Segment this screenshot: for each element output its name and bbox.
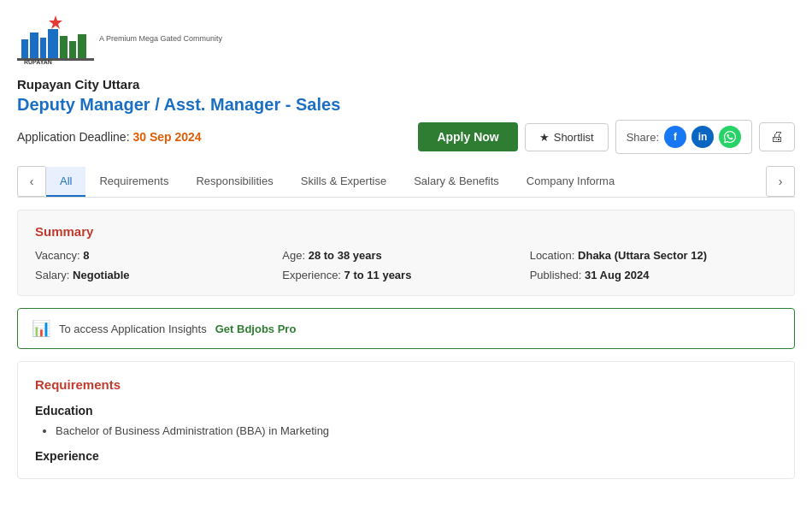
tab-arrow-left[interactable]: ‹: [17, 166, 46, 197]
job-title: Deputy Manager / Asst. Manager - Sales: [17, 95, 795, 115]
salary-item: Salary: Negotiable: [35, 269, 282, 281]
summary-title: Summary: [35, 224, 777, 239]
facebook-share-button[interactable]: f: [664, 126, 686, 148]
svg-rect-0: [21, 39, 28, 58]
svg-rect-2: [40, 38, 46, 58]
svg-rect-6: [78, 34, 86, 58]
tab-skills[interactable]: Skills & Expertise: [287, 167, 400, 197]
share-group: Share: f in: [615, 120, 752, 154]
location-label: Location:: [530, 249, 575, 262]
insights-icon: 📊: [32, 319, 50, 338]
salary-value: Negotiable: [73, 269, 129, 281]
experience-value: 7 to 11 years: [344, 269, 412, 281]
svg-marker-7: [49, 15, 62, 29]
linkedin-share-button[interactable]: in: [691, 126, 714, 148]
logo-tagline: A Premium Mega Gated Community: [99, 34, 222, 44]
tab-arrow-right[interactable]: ›: [766, 166, 795, 197]
svg-rect-1: [30, 33, 38, 58]
deadline-date: 30 Sep 2024: [132, 130, 201, 144]
education-list: Bachelor of Business Administration (BBA…: [56, 424, 777, 437]
age-value: 28 to 38 years: [309, 249, 382, 262]
experience-label: Experience:: [282, 269, 341, 281]
apply-now-button[interactable]: Apply Now: [418, 122, 517, 151]
svg-rect-4: [60, 36, 68, 58]
insights-banner: 📊 To access Application Insights Get Bdj…: [17, 308, 795, 349]
education-heading: Education: [35, 404, 777, 417]
shortlist-button[interactable]: ★ Shortlist: [525, 123, 609, 151]
location-item: Location: Dhaka (Uttara Sector 12): [530, 249, 777, 262]
share-label: Share:: [627, 131, 659, 144]
insights-text: To access Application Insights: [59, 323, 207, 335]
age-label: Age:: [282, 249, 305, 262]
tab-requirements[interactable]: Requirements: [85, 167, 182, 197]
requirements-title: Requirements: [35, 377, 777, 392]
published-item: Published: 31 Aug 2024: [530, 269, 777, 281]
action-bar: Apply Now ★ Shortlist Share: f in 🖨: [418, 120, 795, 154]
vacancy-label: Vacancy:: [35, 249, 80, 262]
deadline-label: Application Deadline:: [17, 130, 130, 144]
star-icon: ★: [539, 131, 550, 144]
company-name: Rupayan City Uttara: [17, 77, 795, 92]
vacancy-value: 8: [83, 249, 89, 262]
shortlist-label: Shortlist: [554, 131, 594, 144]
tab-salary[interactable]: Salary & Benefits: [400, 167, 513, 197]
svg-rect-5: [69, 41, 76, 58]
experience-item: Experience: 7 to 11 years: [282, 269, 529, 281]
published-label: Published:: [530, 269, 582, 281]
whatsapp-share-button[interactable]: [719, 126, 741, 148]
logo-area: RUPAYAN A Premium Mega Gated Community: [17, 14, 795, 65]
svg-text:RUPAYAN: RUPAYAN: [24, 59, 52, 65]
tabs-wrapper: ‹ All Requirements Responsibilities Skil…: [17, 166, 795, 198]
tab-responsibilities[interactable]: Responsibilities: [182, 167, 286, 197]
svg-rect-3: [48, 29, 58, 58]
company-logo: RUPAYAN: [17, 14, 94, 65]
location-value: Dhaka (Uttara Sector 12): [578, 249, 707, 262]
salary-label: Salary:: [35, 269, 69, 281]
education-item-0: Bachelor of Business Administration (BBA…: [56, 424, 777, 437]
published-value: 31 Aug 2024: [585, 269, 649, 281]
requirements-section: Requirements Education Bachelor of Busin…: [17, 361, 795, 479]
tab-all[interactable]: All: [46, 167, 85, 197]
deadline-row: Application Deadline: 30 Sep 2024 Apply …: [17, 120, 795, 154]
tab-company[interactable]: Company Informa: [513, 167, 628, 197]
tabs-inner: All Requirements Responsibilities Skills…: [46, 167, 766, 197]
get-bdjobs-pro-link[interactable]: Get Bdjobs Pro: [215, 323, 297, 335]
print-button[interactable]: 🖨: [759, 122, 795, 151]
summary-grid: Vacancy: 8 Age: 28 to 38 years Location:…: [35, 249, 777, 281]
age-item: Age: 28 to 38 years: [282, 249, 529, 262]
vacancy-item: Vacancy: 8: [35, 249, 282, 262]
summary-box: Summary Vacancy: 8 Age: 28 to 38 years L…: [17, 210, 795, 296]
experience-heading: Experience: [35, 449, 777, 463]
deadline-text: Application Deadline: 30 Sep 2024: [17, 130, 202, 144]
